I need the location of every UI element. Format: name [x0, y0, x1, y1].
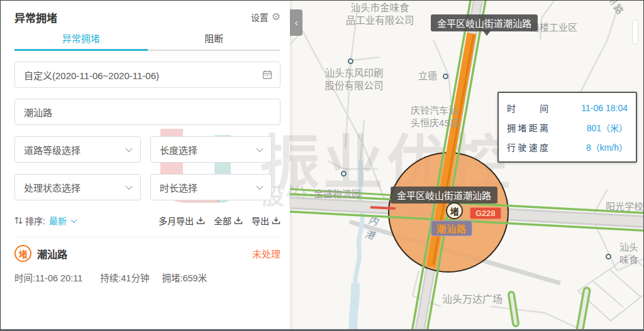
congestion-info-box: 时间 11-06 18:04 拥堵距离 801（米） 行驶速度 8（km/h） [497, 92, 637, 163]
info-speed-value: 8（km/h） [586, 141, 628, 153]
road-name-badge: 潮汕路 [431, 220, 472, 236]
info-time-label: 时间 [507, 102, 548, 114]
settings-button[interactable]: 设置 ⚙ [251, 11, 280, 23]
poi-marker [443, 73, 448, 79]
road-tooltip-top: 金平区岐山街道潮汕路 [431, 14, 538, 31]
chevron-down-icon [256, 145, 263, 152]
date-range-picker[interactable]: 自定义(2020-11-06~2020-11-06) [14, 62, 280, 88]
duration-select[interactable]: 时长选择 [150, 174, 272, 200]
map-traffic-layer [290, 1, 644, 331]
chevron-down-icon [256, 183, 263, 190]
info-distance-label: 拥堵距离 [507, 121, 548, 134]
calendar-icon [262, 70, 272, 80]
process-status-select-label: 处理状态选择 [24, 181, 80, 194]
poi-marker [341, 171, 347, 176]
date-range-value: 自定义(2020-11-06~2020-11-06) [24, 68, 159, 82]
export-label: 导出 [252, 214, 269, 227]
sort-value: 最新 [49, 214, 67, 227]
panel-collapse-button[interactable]: ‹ [290, 9, 303, 36]
tooltip-arrow [482, 30, 491, 40]
info-speed-label: 行驶速度 [507, 141, 548, 153]
gear-icon: ⚙ [272, 12, 280, 22]
chevron-down-icon [70, 217, 77, 223]
app-window: 异常拥堵 设置 ⚙ 异常拥堵 阻断 自定义(2020-11-06~2020-11… [0, 0, 644, 331]
poi-marker [606, 254, 611, 259]
download-icon [272, 216, 280, 225]
export-all-button[interactable]: 全部 [214, 214, 243, 227]
multi-month-export-label: 多月导出 [158, 214, 194, 227]
status-badge: 未处理 [252, 247, 280, 260]
multi-month-export-button[interactable]: 多月导出 [158, 214, 205, 227]
road-tooltip-center: 金平区岐山街道潮汕路 [391, 187, 497, 203]
settings-label: 设置 [251, 11, 269, 23]
info-time-value: 11-06 18:04 [581, 103, 628, 113]
sort-label: 排序: [25, 214, 45, 227]
road-grade-select-label: 道路等级选择 [24, 143, 80, 156]
jam-duration: 持续:41分钟 [100, 271, 149, 284]
jam-road-name: 潮汕路 [37, 246, 67, 261]
jam-badge-icon: 堵 [14, 245, 31, 262]
map-jam-badge[interactable]: 堵 [446, 202, 463, 219]
length-select[interactable]: 长度选择 [150, 136, 272, 163]
congestion-list-item[interactable]: 堵 潮汕路 未处理 时间:11-06 20:11 持续:41分钟 拥堵:659米 [14, 237, 280, 284]
info-distance-value: 801（米） [587, 121, 628, 134]
jam-time: 时间:11-06 20:11 [14, 271, 82, 284]
map-scroll-control[interactable] [632, 19, 638, 45]
road-search-input[interactable] [24, 107, 271, 117]
length-select-label: 长度选择 [160, 143, 197, 156]
duration-select-label: 时长选择 [160, 181, 197, 194]
sort-control[interactable]: 排序: 最新 [14, 214, 76, 227]
jam-distance: 拥堵:659米 [162, 271, 207, 284]
chevron-down-icon [125, 183, 132, 190]
poi-marker [348, 58, 353, 64]
page-title: 异常拥堵 [14, 9, 57, 25]
tab-abnormal-congestion[interactable]: 异常拥堵 [14, 28, 148, 50]
route-number-badge: G228 [470, 207, 501, 219]
process-status-select[interactable]: 处理状态选择 [14, 174, 141, 200]
sort-export-row: 排序: 最新 多月导出 全部 [14, 214, 280, 227]
congestion-panel: 异常拥堵 设置 ⚙ 异常拥堵 阻断 自定义(2020-11-06~2020-11… [1, 1, 290, 331]
road-search-field[interactable] [14, 99, 280, 125]
download-icon [196, 216, 205, 225]
tab-bar: 异常拥堵 阻断 [14, 28, 280, 51]
export-all-label: 全部 [214, 214, 231, 227]
traffic-map[interactable]: 汕头市金味食 品工业有限公司 南楼工业区 州路 汕头东风印刷 股份有限公司 立德… [290, 1, 644, 331]
download-icon [234, 216, 243, 225]
chevron-down-icon [125, 145, 132, 152]
sort-arrows-icon [14, 216, 23, 225]
panel-header: 异常拥堵 设置 ⚙ [14, 1, 280, 22]
road-grade-select[interactable]: 道路等级选择 [14, 136, 141, 163]
tab-blocking[interactable]: 阻断 [148, 28, 281, 50]
export-button[interactable]: 导出 [252, 214, 280, 227]
